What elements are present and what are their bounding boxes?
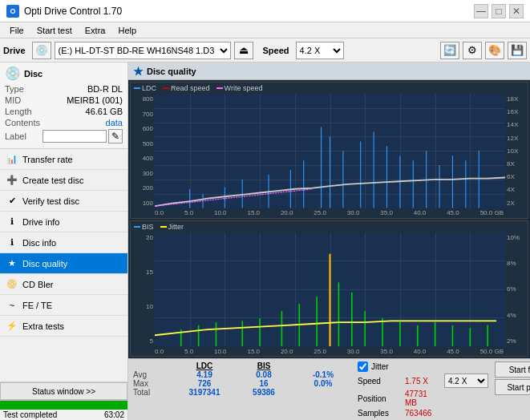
stats-avg-label: Avg	[133, 370, 173, 379]
stats-total-ldc: 3197341	[176, 388, 233, 397]
disc-mid-row: MID MEIRB1 (001)	[5, 95, 123, 105]
maximize-button[interactable]: □	[492, 4, 506, 18]
action-buttons-area: Start full Start part	[495, 361, 530, 395]
app-title: Opti Drive Control 1.70	[24, 6, 122, 17]
chart2-area: 20 15 10 5	[131, 232, 528, 347]
nav-disc-info[interactable]: ℹ Disc info	[0, 232, 127, 253]
stats-total-row: Total 3197341 59386	[133, 388, 351, 397]
drive-icon-btn[interactable]: 💿	[32, 42, 51, 59]
settings-button[interactable]: ⚙	[463, 42, 482, 59]
stats-avg-ldc: 4.19	[176, 370, 233, 379]
bis-legend: BIS	[134, 223, 154, 231]
disc-mid-value: MEIRB1 (001)	[67, 95, 123, 105]
disc-mid-label: MID	[5, 95, 21, 105]
eject-button[interactable]: ⏏	[234, 42, 253, 59]
statusbar: Status window >> Test completed 63:02	[0, 382, 127, 420]
content-area: ★ Disc quality LDC Read speed	[128, 63, 530, 420]
drive-label: Drive	[3, 46, 26, 55]
stats-avg-bis: 0.08	[236, 370, 292, 379]
disc-quality-header-title: Disc quality	[147, 67, 196, 76]
titlebar-left: O Opti Drive Control 1.70	[6, 5, 122, 18]
nav-create-test-disc-label: Create test disc	[22, 176, 83, 185]
disc-label-row: Label ✎	[5, 129, 123, 143]
menu-file[interactable]: File	[3, 24, 30, 37]
close-button[interactable]: ✕	[509, 4, 524, 18]
create-test-disc-icon: ➕	[6, 175, 18, 186]
stats-header-jitter-label	[295, 361, 351, 370]
titlebar-controls: — □ ✕	[474, 4, 524, 18]
menu-extra[interactable]: Extra	[79, 24, 112, 37]
nav-extra-tests[interactable]: ⚡ Extra tests	[0, 316, 127, 337]
charts-area: LDC Read speed Write speed 800 700	[128, 80, 530, 358]
status-window-button[interactable]: Status window >>	[0, 382, 127, 400]
chart1-y-left: 800 700 600 500 400 300 200 100	[131, 94, 155, 208]
ldc-legend: LDC	[134, 84, 156, 92]
stats-avg-row: Avg 4.19 0.08 -0.1%	[133, 370, 351, 379]
speed-select-stats[interactable]: 4.2 X	[444, 374, 488, 388]
samples-value: 763466	[405, 409, 441, 418]
ldc-legend-dot	[134, 87, 140, 89]
read-speed-legend: Read speed	[163, 84, 210, 92]
status-left-text: Test completed	[3, 410, 57, 419]
chart1-area: 800 700 600 500 400 300 200 100	[131, 94, 528, 208]
nav-disc-quality-label: Disc quality	[22, 259, 67, 269]
stats-header-bis: BIS	[236, 361, 292, 370]
disc-contents-label: Contents	[5, 118, 40, 127]
write-legend-dot	[216, 87, 223, 89]
disc-label-edit-btn[interactable]: ✎	[108, 129, 123, 143]
nav-drive-info[interactable]: ℹ Drive info	[0, 212, 127, 232]
menu-help[interactable]: Help	[111, 24, 143, 37]
disc-contents-row: Contents data	[5, 118, 123, 127]
stats-header-row: LDC BIS	[133, 361, 351, 370]
nav-create-test-disc[interactable]: ➕ Create test disc	[0, 170, 127, 191]
label-input-row: ✎	[42, 129, 123, 143]
chart2-y-left: 20 15 10 5	[131, 232, 155, 347]
disc-type-value: BD-R DL	[87, 84, 123, 94]
chart1-legend: LDC Read speed Write speed	[131, 83, 528, 94]
samples-label: Samples	[358, 409, 402, 418]
minimize-button[interactable]: —	[474, 4, 488, 18]
cd-bler-icon: 📀	[6, 279, 18, 290]
palette-button[interactable]: 🎨	[485, 42, 504, 59]
bis-legend-dot	[134, 226, 140, 228]
bis-chart: BIS Jitter 20 15 10 5	[130, 220, 528, 357]
stats-header-ldc: LDC	[176, 361, 233, 370]
drive-toolbar: Drive 💿 (E:) HL-DT-ST BD-RE WH16NS48 1.D…	[0, 38, 530, 63]
position-value: 47731 MB	[405, 390, 441, 407]
menu-start-test[interactable]: Start test	[30, 24, 79, 37]
nav-verify-test-disc-label: Verify test disc	[22, 196, 79, 206]
drive-select[interactable]: (E:) HL-DT-ST BD-RE WH16NS48 1.D3	[55, 42, 231, 59]
write-speed-legend: Write speed	[216, 84, 263, 92]
main-layout: 💿 Disc Type BD-R DL MID MEIRB1 (001) Len…	[0, 63, 530, 420]
stats-area: LDC BIS Avg 4.19 0.08 -0.1% Max 726 16 0…	[128, 358, 530, 420]
disc-icon: 💿	[5, 66, 21, 81]
nav-transfer-rate[interactable]: 📊 Transfer rate	[0, 149, 127, 170]
chart2-svg	[155, 232, 505, 347]
chart1-y-right: 18X 16X 14X 12X 10X 8X 6X 4X 2X	[505, 94, 528, 208]
disc-quality-icon: ★	[6, 258, 18, 269]
extra-tests-icon: ⚡	[6, 321, 18, 332]
stats-total-bis: 59386	[236, 388, 292, 397]
sidebar: 💿 Disc Type BD-R DL MID MEIRB1 (001) Len…	[0, 63, 128, 420]
refresh-button[interactable]: 🔄	[440, 42, 459, 59]
nav-disc-quality[interactable]: ★ Disc quality	[0, 253, 127, 274]
start-full-button[interactable]: Start full	[495, 361, 530, 378]
nav-verify-test-disc[interactable]: ✔ Verify test disc	[0, 191, 127, 212]
speed-select[interactable]: 4.2 X 1.0 X 2.0 X 8.0 X	[296, 42, 344, 59]
nav-drive-info-label: Drive info	[22, 217, 59, 227]
disc-header: 💿 Disc	[5, 66, 123, 81]
nav-fe-te[interactable]: ~ FE / TE	[0, 295, 127, 316]
stats-table: LDC BIS Avg 4.19 0.08 -0.1% Max 726 16 0…	[133, 361, 351, 397]
nav-cd-bler[interactable]: 📀 CD Bler	[0, 274, 127, 295]
jitter-legend-dot	[160, 226, 167, 228]
speed-label: Speed	[263, 46, 289, 55]
app-icon: O	[6, 5, 19, 18]
disc-label-label: Label	[5, 131, 26, 141]
start-part-button[interactable]: Start part	[495, 379, 530, 395]
jitter-checkbox[interactable]	[358, 361, 368, 372]
disc-label-input[interactable]	[42, 130, 107, 143]
position-row: Position 47731 MB	[358, 390, 488, 407]
stats-max-row: Max 726 16 0.0%	[133, 379, 351, 388]
disc-quality-header: ★ Disc quality	[128, 63, 530, 80]
save-button[interactable]: 💾	[508, 42, 527, 59]
